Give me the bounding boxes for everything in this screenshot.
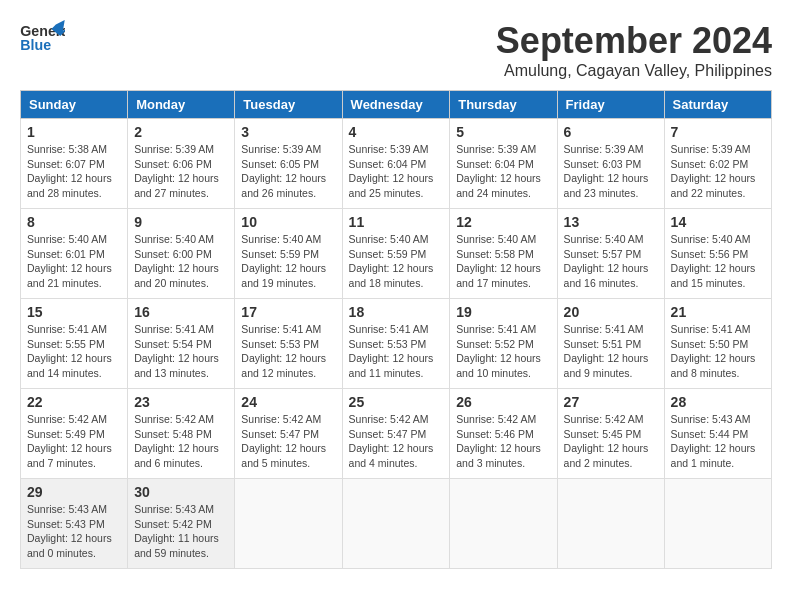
day-info: Sunrise: 5:42 AM Sunset: 5:46 PM Dayligh… bbox=[456, 412, 550, 471]
day-number: 18 bbox=[349, 304, 444, 320]
week-row-2: 8Sunrise: 5:40 AM Sunset: 6:01 PM Daylig… bbox=[21, 209, 772, 299]
day-info: Sunrise: 5:41 AM Sunset: 5:53 PM Dayligh… bbox=[241, 322, 335, 381]
calendar-header-row: Sunday Monday Tuesday Wednesday Thursday… bbox=[21, 91, 772, 119]
calendar-cell: 18Sunrise: 5:41 AM Sunset: 5:53 PM Dayli… bbox=[342, 299, 450, 389]
calendar-cell: 8Sunrise: 5:40 AM Sunset: 6:01 PM Daylig… bbox=[21, 209, 128, 299]
calendar-cell: 1Sunrise: 5:38 AM Sunset: 6:07 PM Daylig… bbox=[21, 119, 128, 209]
day-number: 6 bbox=[564, 124, 658, 140]
calendar-cell: 29Sunrise: 5:43 AM Sunset: 5:43 PM Dayli… bbox=[21, 479, 128, 569]
calendar-cell: 5Sunrise: 5:39 AM Sunset: 6:04 PM Daylig… bbox=[450, 119, 557, 209]
day-info: Sunrise: 5:40 AM Sunset: 5:57 PM Dayligh… bbox=[564, 232, 658, 291]
day-number: 20 bbox=[564, 304, 658, 320]
day-info: Sunrise: 5:41 AM Sunset: 5:53 PM Dayligh… bbox=[349, 322, 444, 381]
day-info: Sunrise: 5:43 AM Sunset: 5:42 PM Dayligh… bbox=[134, 502, 228, 561]
calendar-cell: 27Sunrise: 5:42 AM Sunset: 5:45 PM Dayli… bbox=[557, 389, 664, 479]
calendar-cell: 10Sunrise: 5:40 AM Sunset: 5:59 PM Dayli… bbox=[235, 209, 342, 299]
page-wrapper: General Blue September 2024 Amulung, Cag… bbox=[20, 20, 772, 569]
calendar-cell bbox=[664, 479, 771, 569]
logo: General Blue bbox=[20, 20, 70, 60]
day-info: Sunrise: 5:43 AM Sunset: 5:43 PM Dayligh… bbox=[27, 502, 121, 561]
calendar-cell: 16Sunrise: 5:41 AM Sunset: 5:54 PM Dayli… bbox=[128, 299, 235, 389]
day-info: Sunrise: 5:42 AM Sunset: 5:47 PM Dayligh… bbox=[241, 412, 335, 471]
week-row-3: 15Sunrise: 5:41 AM Sunset: 5:55 PM Dayli… bbox=[21, 299, 772, 389]
calendar-cell: 15Sunrise: 5:41 AM Sunset: 5:55 PM Dayli… bbox=[21, 299, 128, 389]
day-info: Sunrise: 5:42 AM Sunset: 5:49 PM Dayligh… bbox=[27, 412, 121, 471]
col-sunday: Sunday bbox=[21, 91, 128, 119]
day-info: Sunrise: 5:41 AM Sunset: 5:52 PM Dayligh… bbox=[456, 322, 550, 381]
day-number: 11 bbox=[349, 214, 444, 230]
calendar-cell: 2Sunrise: 5:39 AM Sunset: 6:06 PM Daylig… bbox=[128, 119, 235, 209]
day-number: 24 bbox=[241, 394, 335, 410]
calendar-cell: 28Sunrise: 5:43 AM Sunset: 5:44 PM Dayli… bbox=[664, 389, 771, 479]
day-number: 13 bbox=[564, 214, 658, 230]
calendar-cell bbox=[450, 479, 557, 569]
day-number: 7 bbox=[671, 124, 765, 140]
day-info: Sunrise: 5:41 AM Sunset: 5:50 PM Dayligh… bbox=[671, 322, 765, 381]
day-number: 16 bbox=[134, 304, 228, 320]
col-thursday: Thursday bbox=[450, 91, 557, 119]
day-info: Sunrise: 5:42 AM Sunset: 5:47 PM Dayligh… bbox=[349, 412, 444, 471]
day-info: Sunrise: 5:39 AM Sunset: 6:04 PM Dayligh… bbox=[456, 142, 550, 201]
logo-svg: General Blue bbox=[20, 20, 65, 60]
day-number: 14 bbox=[671, 214, 765, 230]
day-info: Sunrise: 5:40 AM Sunset: 5:59 PM Dayligh… bbox=[349, 232, 444, 291]
calendar-cell bbox=[235, 479, 342, 569]
day-number: 10 bbox=[241, 214, 335, 230]
calendar-cell: 21Sunrise: 5:41 AM Sunset: 5:50 PM Dayli… bbox=[664, 299, 771, 389]
calendar-cell: 13Sunrise: 5:40 AM Sunset: 5:57 PM Dayli… bbox=[557, 209, 664, 299]
calendar-cell: 9Sunrise: 5:40 AM Sunset: 6:00 PM Daylig… bbox=[128, 209, 235, 299]
calendar-cell: 22Sunrise: 5:42 AM Sunset: 5:49 PM Dayli… bbox=[21, 389, 128, 479]
title-area: September 2024 Amulung, Cagayan Valley, … bbox=[496, 20, 772, 80]
day-info: Sunrise: 5:38 AM Sunset: 6:07 PM Dayligh… bbox=[27, 142, 121, 201]
day-number: 30 bbox=[134, 484, 228, 500]
calendar-cell: 26Sunrise: 5:42 AM Sunset: 5:46 PM Dayli… bbox=[450, 389, 557, 479]
day-number: 9 bbox=[134, 214, 228, 230]
week-row-1: 1Sunrise: 5:38 AM Sunset: 6:07 PM Daylig… bbox=[21, 119, 772, 209]
day-info: Sunrise: 5:40 AM Sunset: 5:56 PM Dayligh… bbox=[671, 232, 765, 291]
calendar-cell: 14Sunrise: 5:40 AM Sunset: 5:56 PM Dayli… bbox=[664, 209, 771, 299]
calendar-cell: 23Sunrise: 5:42 AM Sunset: 5:48 PM Dayli… bbox=[128, 389, 235, 479]
day-number: 22 bbox=[27, 394, 121, 410]
calendar-cell: 30Sunrise: 5:43 AM Sunset: 5:42 PM Dayli… bbox=[128, 479, 235, 569]
day-number: 5 bbox=[456, 124, 550, 140]
day-info: Sunrise: 5:39 AM Sunset: 6:06 PM Dayligh… bbox=[134, 142, 228, 201]
day-number: 26 bbox=[456, 394, 550, 410]
day-info: Sunrise: 5:41 AM Sunset: 5:55 PM Dayligh… bbox=[27, 322, 121, 381]
day-info: Sunrise: 5:43 AM Sunset: 5:44 PM Dayligh… bbox=[671, 412, 765, 471]
calendar-cell: 25Sunrise: 5:42 AM Sunset: 5:47 PM Dayli… bbox=[342, 389, 450, 479]
day-number: 19 bbox=[456, 304, 550, 320]
calendar-table: Sunday Monday Tuesday Wednesday Thursday… bbox=[20, 90, 772, 569]
calendar-cell: 3Sunrise: 5:39 AM Sunset: 6:05 PM Daylig… bbox=[235, 119, 342, 209]
day-number: 17 bbox=[241, 304, 335, 320]
calendar-cell bbox=[557, 479, 664, 569]
day-number: 27 bbox=[564, 394, 658, 410]
day-number: 23 bbox=[134, 394, 228, 410]
day-info: Sunrise: 5:40 AM Sunset: 6:01 PM Dayligh… bbox=[27, 232, 121, 291]
day-number: 21 bbox=[671, 304, 765, 320]
calendar-cell: 7Sunrise: 5:39 AM Sunset: 6:02 PM Daylig… bbox=[664, 119, 771, 209]
col-monday: Monday bbox=[128, 91, 235, 119]
day-number: 4 bbox=[349, 124, 444, 140]
day-number: 15 bbox=[27, 304, 121, 320]
day-info: Sunrise: 5:42 AM Sunset: 5:45 PM Dayligh… bbox=[564, 412, 658, 471]
day-info: Sunrise: 5:42 AM Sunset: 5:48 PM Dayligh… bbox=[134, 412, 228, 471]
calendar-cell: 19Sunrise: 5:41 AM Sunset: 5:52 PM Dayli… bbox=[450, 299, 557, 389]
day-number: 8 bbox=[27, 214, 121, 230]
calendar-cell: 11Sunrise: 5:40 AM Sunset: 5:59 PM Dayli… bbox=[342, 209, 450, 299]
col-tuesday: Tuesday bbox=[235, 91, 342, 119]
col-wednesday: Wednesday bbox=[342, 91, 450, 119]
week-row-4: 22Sunrise: 5:42 AM Sunset: 5:49 PM Dayli… bbox=[21, 389, 772, 479]
calendar-cell: 6Sunrise: 5:39 AM Sunset: 6:03 PM Daylig… bbox=[557, 119, 664, 209]
week-row-5: 29Sunrise: 5:43 AM Sunset: 5:43 PM Dayli… bbox=[21, 479, 772, 569]
day-info: Sunrise: 5:41 AM Sunset: 5:54 PM Dayligh… bbox=[134, 322, 228, 381]
day-number: 29 bbox=[27, 484, 121, 500]
calendar-cell: 24Sunrise: 5:42 AM Sunset: 5:47 PM Dayli… bbox=[235, 389, 342, 479]
location-title: Amulung, Cagayan Valley, Philippines bbox=[496, 62, 772, 80]
calendar-cell bbox=[342, 479, 450, 569]
day-number: 1 bbox=[27, 124, 121, 140]
calendar-cell: 12Sunrise: 5:40 AM Sunset: 5:58 PM Dayli… bbox=[450, 209, 557, 299]
svg-text:Blue: Blue bbox=[20, 37, 51, 53]
day-info: Sunrise: 5:40 AM Sunset: 5:59 PM Dayligh… bbox=[241, 232, 335, 291]
day-number: 3 bbox=[241, 124, 335, 140]
day-info: Sunrise: 5:39 AM Sunset: 6:05 PM Dayligh… bbox=[241, 142, 335, 201]
